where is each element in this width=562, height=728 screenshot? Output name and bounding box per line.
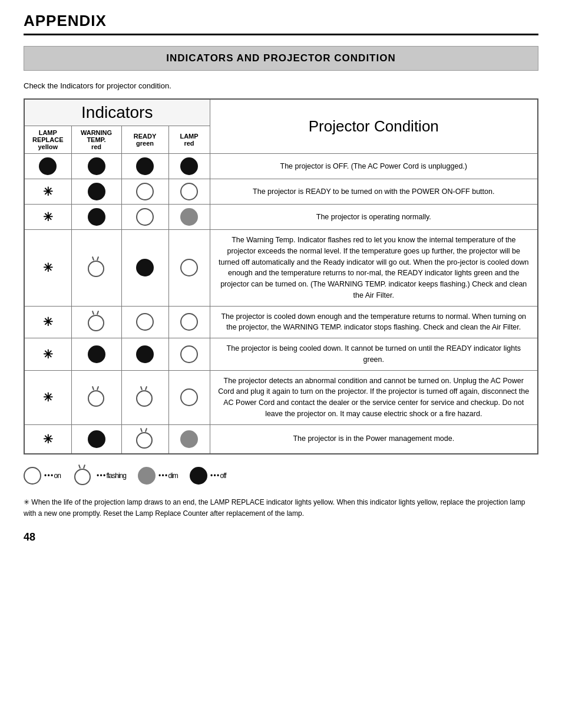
legend-dim: • • • dim	[138, 467, 178, 485]
indicator-on	[136, 208, 154, 226]
col-ready: READYgreen	[121, 126, 168, 154]
condition-text: The projector detects an abnormal condit…	[210, 370, 538, 424]
legend-on-circle	[24, 467, 41, 485]
indicator-star: ✳	[43, 315, 53, 328]
legend: • • • on • • • flashing • • • dim • • • …	[24, 465, 538, 486]
table-row: ✳The projector is READY to be turned on …	[24, 179, 538, 205]
page-number: 48	[24, 531, 538, 543]
indicator-flashing	[86, 311, 107, 332]
condition-text: The projector is READY to be turned on w…	[210, 179, 538, 205]
section-title: INDICATORS AND PROJECTOR CONDITION	[166, 52, 395, 64]
indicator-on	[180, 313, 198, 331]
indicator-star: ✳	[43, 348, 53, 361]
indicator-flashing	[134, 387, 156, 408]
col-warning-temp: WARNINGTEMP.red	[71, 126, 121, 154]
indicator-flashing	[86, 257, 107, 278]
legend-flashing-circle	[72, 465, 94, 486]
indicator-flashing	[86, 387, 107, 408]
legend-off-circle	[190, 467, 207, 485]
legend-off: • • • off	[190, 467, 226, 485]
legend-dim-circle	[138, 467, 156, 485]
appendix-header: APPENDIX	[24, 12, 538, 35]
indicator-star: ✳	[43, 391, 53, 404]
indicator-off	[180, 157, 198, 175]
condition-text: The projector is being cooled down. It c…	[210, 338, 538, 371]
condition-text: The Warning Temp. Indicator flashes red …	[210, 230, 538, 307]
indicator-on	[180, 259, 198, 276]
indicators-table: Indicators Projector Condition LAMPREPLA…	[24, 98, 538, 454]
footnote-text: ✳ When the life of the projection lamp d…	[24, 498, 525, 518]
indicator-star: ✳	[43, 210, 53, 223]
legend-on: • • • on	[24, 467, 61, 485]
indicator-on	[180, 183, 198, 200]
indicator-on	[180, 388, 198, 406]
table-row: The projector is OFF. (The AC Power Cord…	[24, 154, 538, 179]
indicator-off	[88, 345, 105, 363]
table-row: ✳ The projector detects an abnormal cond…	[24, 370, 538, 424]
indicator-on	[136, 313, 154, 331]
indicator-dim	[180, 430, 198, 448]
intro-text: Check the Indicators for projector condi…	[24, 81, 538, 90]
indicator-off	[88, 208, 105, 226]
indicator-flashing	[134, 429, 156, 450]
indicator-off	[88, 183, 105, 200]
indicator-off	[136, 345, 154, 363]
legend-flashing: • • • flashing	[72, 465, 126, 486]
indicator-star: ✳	[43, 433, 53, 446]
col-lamp: LAMPred	[168, 126, 210, 154]
indicator-star: ✳	[43, 185, 53, 198]
indicator-on	[180, 345, 198, 363]
indicator-off	[136, 259, 154, 276]
legend-on-label: • • • on	[44, 472, 61, 480]
appendix-title: APPENDIX	[24, 12, 538, 30]
section-title-bar: INDICATORS AND PROJECTOR CONDITION	[24, 46, 538, 71]
col-lamp-replace: LAMPREPLACEyellow	[24, 126, 71, 154]
table-row: ✳The projector is operating normally.	[24, 205, 538, 230]
legend-off-label: • • • off	[210, 472, 226, 480]
condition-text: The projector is cooled down enough and …	[210, 306, 538, 338]
table-row: ✳ The Warning Temp. Indicator flashes re…	[24, 230, 538, 307]
footnote: ✳ When the life of the projection lamp d…	[24, 497, 538, 519]
projector-condition-header: Projector Condition	[210, 99, 538, 154]
indicator-off	[136, 157, 154, 175]
table-row: ✳ The projector is in the Power manageme…	[24, 424, 538, 454]
indicators-header: Indicators	[24, 99, 210, 126]
legend-flashing-label: • • • flashing	[97, 472, 126, 480]
condition-text: The projector is OFF. (The AC Power Cord…	[210, 154, 538, 179]
condition-text: The projector is in the Power management…	[210, 424, 538, 454]
indicator-off	[88, 430, 105, 448]
indicator-star: ✳	[43, 261, 53, 274]
legend-dim-label: • • • dim	[158, 472, 178, 480]
indicator-off	[39, 157, 57, 175]
indicator-dim	[180, 208, 198, 226]
table-row: ✳ The projector is cooled down enough an…	[24, 306, 538, 338]
table-row: ✳The projector is being cooled down. It …	[24, 338, 538, 371]
condition-text: The projector is operating normally.	[210, 205, 538, 230]
indicator-off	[88, 157, 105, 175]
indicator-on	[136, 183, 154, 200]
